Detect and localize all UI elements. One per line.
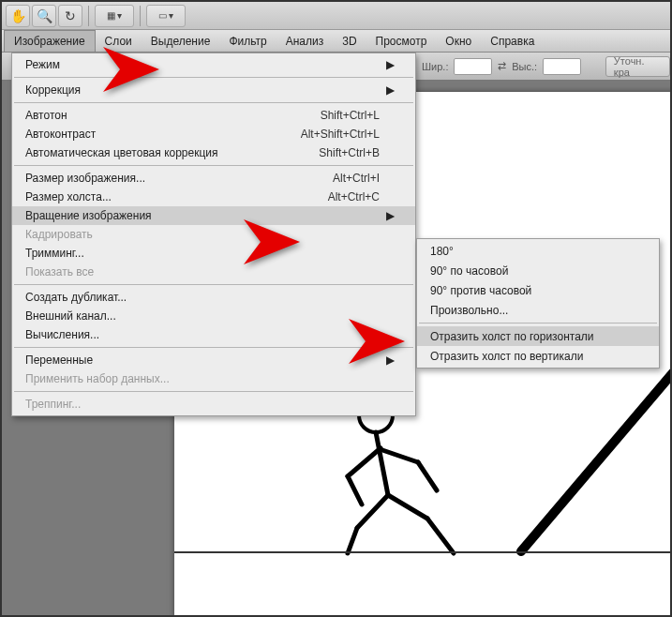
menu-separator [14, 284, 413, 285]
menu-autocontrast-label: Автоконтраст [25, 128, 276, 141]
submenu-flip-h-label: Отразить холст по горизонтали [430, 330, 594, 343]
menu-analysis[interactable]: Анализ [276, 30, 334, 52]
svg-marker-11 [103, 47, 159, 92]
menu-autocolor[interactable]: Автоматическая цветовая коррекция Shift+… [12, 143, 415, 162]
menu-view[interactable]: Просмотр [366, 30, 437, 52]
menu-correction[interactable]: Коррекция ▶ [12, 81, 415, 99]
svg-line-4 [348, 476, 362, 504]
menu-trim-label: Тримминг... [25, 247, 276, 260]
width-field[interactable] [454, 58, 492, 75]
menu-filter[interactable]: Фильтр [219, 30, 276, 52]
menu-separator [14, 77, 413, 78]
menu-duplicate[interactable]: Создать дубликат... [12, 288, 415, 307]
menu-rotation-label: Вращение изображения [25, 209, 276, 222]
svg-line-3 [348, 448, 381, 476]
menu-help[interactable]: Справка [481, 30, 544, 52]
submenu-90cw[interactable]: 90° по часовой [417, 261, 659, 280]
svg-line-10 [427, 519, 454, 553]
svg-line-5 [382, 450, 418, 462]
svg-line-9 [388, 495, 427, 519]
menu-autotone[interactable]: Автотон Shift+Ctrl+L [12, 106, 415, 125]
submenu-90ccw-label: 90° против часовой [430, 284, 531, 297]
height-field[interactable] [543, 58, 581, 75]
menu-reveal-all: Показать все [12, 263, 415, 281]
refine-edge-button[interactable]: Уточн. кра [605, 56, 670, 77]
menu-image-size[interactable]: Размер изображения... Alt+Ctrl+I [12, 169, 415, 188]
menu-autocolor-label: Автоматическая цветовая коррекция [25, 146, 276, 159]
menu-separator [419, 323, 657, 324]
menu-mode[interactable]: Режим ▶ [12, 55, 415, 74]
menu-duplicate-label: Создать дубликат... [25, 291, 276, 304]
zoom-tool-icon[interactable]: 🔍 [32, 5, 56, 27]
menu-image-rotation[interactable]: Вращение изображения ▶ [12, 206, 415, 225]
swap-icon[interactable]: ⇄ [498, 60, 506, 72]
annotation-arrow-icon [103, 47, 159, 92]
menu-autotone-shortcut: Shift+Ctrl+L [276, 109, 380, 122]
menu-3d[interactable]: 3D [333, 30, 366, 52]
submenu-arrow-icon: ▶ [385, 83, 395, 97]
menu-autocolor-shortcut: Shift+Ctrl+B [276, 146, 380, 159]
submenu-arbitrary-label: Произвольно... [430, 304, 508, 317]
toolbar-separator [88, 6, 89, 26]
submenu-90ccw[interactable]: 90° против часовой [417, 280, 659, 300]
submenu-flip-v-label: Отразить холст по вертикали [430, 350, 583, 363]
svg-marker-12 [244, 219, 300, 264]
menu-crop-label: Кадрировать [25, 228, 276, 241]
menu-image[interactable]: Изображение [4, 30, 96, 52]
menu-image-size-label: Размер изображения... [25, 172, 276, 185]
menu-image-size-shortcut: Alt+Ctrl+I [276, 172, 380, 185]
submenu-arrow-icon: ▶ [385, 58, 395, 71]
menu-canvas-size-label: Размер холста... [25, 190, 276, 203]
submenu-180[interactable]: 180° [417, 241, 659, 261]
menu-trap: Треппинг... [12, 395, 415, 414]
submenu-flip-vertical[interactable]: Отразить холст по вертикали [417, 346, 659, 366]
rotation-submenu: 180° 90° по часовой 90° против часовой П… [416, 238, 660, 369]
submenu-flip-horizontal[interactable]: Отразить холст по горизонтали [417, 326, 659, 346]
menu-window[interactable]: Окно [436, 30, 481, 52]
menu-separator [14, 165, 413, 166]
svg-marker-13 [349, 319, 405, 364]
menu-apply-dataset-label: Применить набор данных... [25, 372, 276, 385]
submenu-180-label: 180° [430, 245, 454, 258]
svg-line-6 [418, 462, 437, 490]
menu-separator [14, 102, 413, 103]
menu-crop: Кадрировать [12, 225, 415, 244]
view-mode-dropdown[interactable]: ▦ ▾ [95, 5, 134, 27]
menu-trim[interactable]: Тримминг... [12, 244, 415, 263]
menu-canvas-size[interactable]: Размер холста... Alt+Ctrl+C [12, 188, 415, 206]
menu-autotone-label: Автотон [25, 109, 276, 122]
menu-reveal-all-label: Показать все [25, 265, 276, 278]
hand-tool-icon[interactable]: ✋ [6, 5, 30, 27]
annotation-arrow-icon [349, 319, 405, 364]
menu-separator [14, 391, 413, 392]
menu-trap-label: Треппинг... [25, 398, 276, 411]
top-toolbar: ✋ 🔍 ↻ ▦ ▾ ▭ ▾ [2, 2, 670, 30]
menu-canvas-size-shortcut: Alt+Ctrl+C [276, 190, 380, 203]
menu-bar: Изображение Слои Выделение Фильтр Анализ… [2, 30, 670, 53]
submenu-arrow-icon: ▶ [385, 209, 395, 222]
submenu-90cw-label: 90° по часовой [430, 264, 508, 278]
menu-autocontrast[interactable]: Автоконтраст Alt+Shift+Ctrl+L [12, 125, 415, 143]
menu-variables-label: Переменные [25, 354, 276, 367]
ground-line [174, 551, 672, 553]
menu-apply-image-label: Внешний канал... [25, 309, 276, 323]
menu-calculations-label: Вычисления... [25, 328, 276, 341]
width-label: Шир.: [422, 61, 448, 72]
height-label: Выс.: [512, 61, 537, 72]
rotate-tool-icon[interactable]: ↻ [58, 5, 82, 27]
menu-autocontrast-shortcut: Alt+Shift+Ctrl+L [276, 128, 380, 141]
screen-mode-dropdown[interactable]: ▭ ▾ [146, 5, 186, 27]
menu-apply-dataset: Применить набор данных... [12, 369, 415, 388]
svg-line-8 [348, 528, 357, 553]
annotation-arrow-icon [244, 219, 300, 264]
svg-line-0 [521, 364, 672, 551]
toolbar-separator [140, 6, 141, 26]
svg-line-2 [376, 432, 388, 495]
submenu-arbitrary[interactable]: Произвольно... [417, 300, 659, 320]
